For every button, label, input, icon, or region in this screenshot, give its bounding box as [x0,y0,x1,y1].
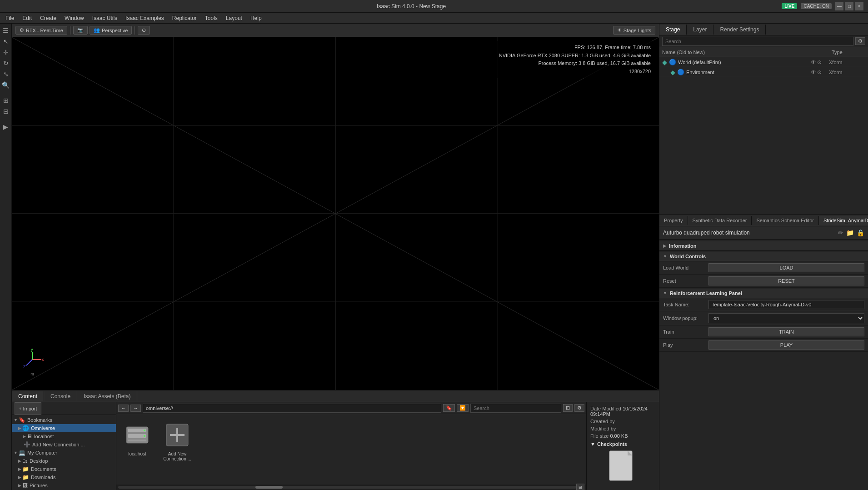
tab-synthetic-data-recorder[interactable]: Synthetic Data Recorder [688,216,752,225]
url-input[interactable] [143,404,441,413]
sidebar-icon-grid[interactable]: ⊟ [1,106,11,116]
world-controls-section-header[interactable]: ▼ World Controls [659,252,868,261]
filter-button[interactable]: 🔽 [457,404,469,412]
sidebar-icon-snap[interactable]: ⊞ [1,95,11,105]
sidebar-icon-search[interactable]: 🔍 [1,80,11,90]
stage-filter-button[interactable]: ⚙ [855,37,865,45]
env-target-icon[interactable]: ⊙ [817,69,822,75]
view-options-button[interactable]: ⊞ [563,404,573,412]
menu-file[interactable]: File [2,14,18,22]
menu-replicator[interactable]: Replicator [169,14,200,22]
content-item-add-connection[interactable]: Add New Connection ... [157,419,197,463]
window-controls[interactable]: — □ × [835,2,863,10]
minimize-button[interactable]: — [835,2,843,10]
tab-stridesim-anymalid[interactable]: StrideSim_AnymalD [819,216,868,225]
load-world-button[interactable]: LOAD [708,263,864,272]
tree-add-new-connection[interactable]: ➕ Add New Connection ... [12,440,116,449]
content-item-localhost[interactable]: localhost [121,419,154,458]
stage-row-world[interactable]: ◆ 🔵 World (defaultPrim) 👁 ⊙ Xform [659,57,868,67]
perspective-button[interactable]: 👥 Perspective [90,26,132,35]
menu-window[interactable]: Window [61,14,88,22]
tree-omniverse[interactable]: ▶ 🌐 Omniverse [12,424,116,432]
tab-property[interactable]: Property [659,216,688,225]
expand-arrow-omniverse: ▶ [18,426,21,430]
tab-console[interactable]: Console [44,391,77,401]
window-popup-select[interactable]: on off [708,313,864,323]
viewport[interactable]: FPS: 126.87, Frame time: 7.88 ms NVIDIA … [12,37,659,390]
stage-search-input[interactable] [662,37,853,46]
maximize-button[interactable]: □ [845,2,853,10]
information-section-header[interactable]: ▶ Information [659,241,868,251]
grid-view-btn[interactable]: ⊞ [576,484,584,490]
env-eye-icon[interactable]: 👁 [811,69,816,75]
edit-icon[interactable]: ✏ [838,229,843,236]
menu-help[interactable]: Help [247,14,265,22]
sidebar-icon-rotate[interactable]: ↻ [1,58,11,68]
back-button[interactable]: ← [118,405,129,412]
sidebar-icon-scale[interactable]: ⤡ [1,69,11,79]
import-button[interactable]: + Import [15,402,41,415]
reset-button[interactable]: RESET [708,276,864,285]
tree-downloads[interactable]: ▶ 📁 Downloads [12,473,116,481]
folder-icon[interactable]: 📁 [846,229,854,236]
stage-lights-button[interactable]: ☀ Stage Lights [613,26,655,35]
expand-arrow-bookmarks: ▼ [14,418,18,422]
prop-row-load-world: Load World LOAD [659,261,868,275]
tree-my-computer[interactable]: ▼ 💻 My Computer [12,449,116,457]
tab-content[interactable]: Content [12,391,44,401]
sidebar-icon-move[interactable]: ✛ [1,47,11,57]
stage-panel: Stage Layer Render Settings ⚙ Name (Old … [659,24,868,215]
tab-render-settings[interactable]: Render Settings [713,25,766,35]
rl-panel-section-header[interactable]: ▼ Reinforcement Learning Panel [659,289,868,298]
tab-isaac-assets[interactable]: Isaac Assets (Beta) [77,391,137,401]
camera-button[interactable]: 📷 [73,26,88,35]
play-button[interactable]: PLAY [708,340,864,350]
menu-isaac-utils[interactable]: Isaac Utils [89,14,121,22]
sidebar-icon-menu[interactable]: ☰ [1,25,11,35]
forward-button[interactable]: → [130,405,141,412]
prop-content: ▶ Information ▼ World Controls Load Worl… [659,240,868,490]
scrollbar-track[interactable] [118,486,576,489]
main-layout: ☰ ↖ ✛ ↻ ⤡ 🔍 ⊞ ⊟ ▶ ⚙ RTX - Real-Time 📷 👥 … [0,24,868,490]
tree-bookmarks[interactable]: ▼ 🔖 Bookmarks [12,416,116,424]
reset-label: Reset [663,278,708,284]
menu-create[interactable]: Create [36,14,60,22]
tree-pictures[interactable]: ▶ 🖼 Pictures [12,481,116,490]
tree-documents[interactable]: ▶ 📁 Documents [12,465,116,473]
world-eye-icon[interactable]: 👁 [811,59,816,65]
add-connection-item-icon [163,420,192,450]
content-tree: ▼ 🔖 Bookmarks ▶ 🌐 Omniverse ▶ [12,415,116,490]
train-button[interactable]: TRAIN [708,327,864,336]
options-icon: ⊙ [142,27,146,33]
search-input[interactable] [470,404,561,413]
tree-desktop[interactable]: ▶ 🗂 Desktop [12,457,116,465]
world-target-icon[interactable]: ⊙ [817,59,822,65]
sidebar-icon-select[interactable]: ↖ [1,36,11,46]
tab-stage[interactable]: Stage [659,25,687,35]
memory-info: Process Memory: 3.8 GiB used, 16.7 GiB a… [499,60,651,68]
expand-arrow-documents: ▶ [18,467,21,471]
viewport-options-button[interactable]: ⊙ [138,26,150,35]
prop-section-rl-panel: ▼ Reinforcement Learning Panel Task Name… [659,289,868,352]
sidebar-icon-play[interactable]: ▶ [1,122,11,132]
expand-arrow-localhost: ▶ [23,434,26,439]
vp-separator-1 [70,26,70,35]
tree-localhost[interactable]: ▶ 🖥 localhost [12,432,116,440]
menu-isaac-examples[interactable]: Isaac Examples [122,14,168,22]
rtx-realtime-button[interactable]: ⚙ RTX - Real-Time [15,26,67,35]
task-name-input[interactable] [708,300,864,309]
menu-edit[interactable]: Edit [19,14,35,22]
content-info-panel: Date Modified 10/16/2024 09:14PM Created… [586,402,659,490]
close-button[interactable]: × [855,2,863,10]
settings-button[interactable]: ⚙ [574,404,584,412]
menu-layout[interactable]: Layout [222,14,246,22]
bookmark-button[interactable]: 🔖 [443,404,455,412]
prop-header-icons: ✏ 📁 🔒 [838,229,864,236]
content-scrollbar[interactable]: ⊞ [116,485,586,490]
scrollbar-thumb[interactable] [255,486,283,489]
stage-row-environment[interactable]: ◆ 🔵 Environment 👁 ⊙ Xform [659,67,868,77]
tab-layer[interactable]: Layer [687,25,713,35]
tab-semantics-schema-editor[interactable]: Semantics Schema Editor [752,216,819,225]
menu-tools[interactable]: Tools [201,14,221,22]
lock-icon[interactable]: 🔒 [857,229,864,236]
